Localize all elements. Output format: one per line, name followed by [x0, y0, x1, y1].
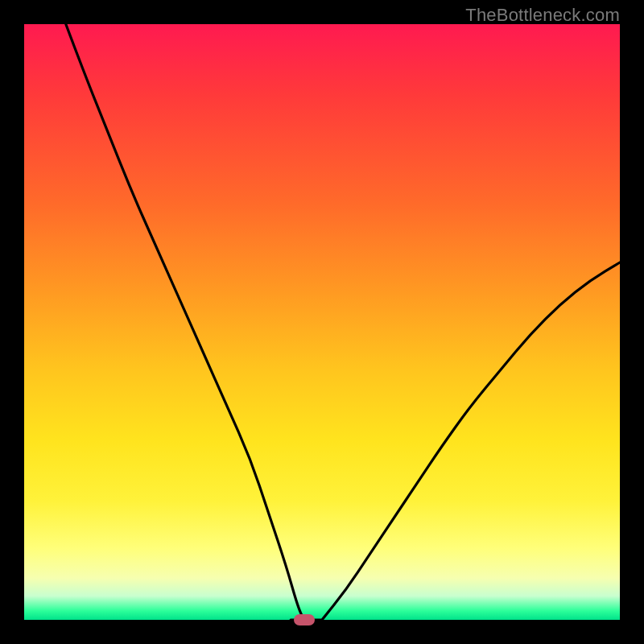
plot-area [24, 24, 620, 620]
watermark-text: TheBottleneck.com [465, 5, 620, 26]
min-marker [294, 614, 315, 625]
chart-frame: TheBottleneck.com [0, 0, 644, 644]
curve-path [66, 24, 620, 620]
bottleneck-curve [24, 24, 620, 620]
